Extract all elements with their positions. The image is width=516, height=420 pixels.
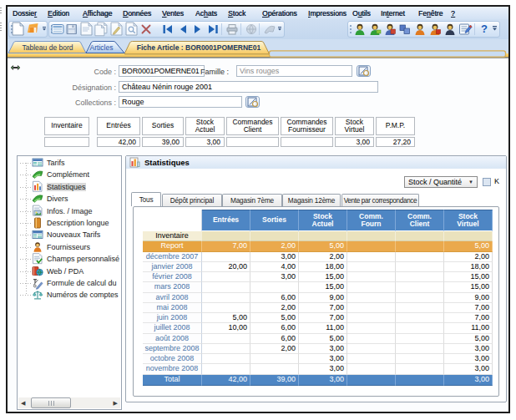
svg-text:?: ?: [481, 23, 488, 35]
